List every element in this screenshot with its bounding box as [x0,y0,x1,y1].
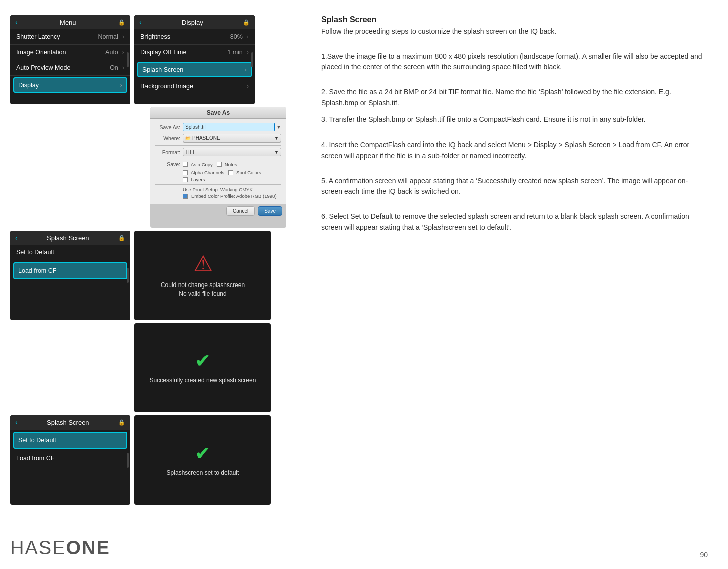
menu-item-label: Brightness [140,33,170,40]
display-screen-title: Display [182,19,203,26]
dialog-title: Save As [150,107,286,119]
checkbox-spot[interactable] [228,170,233,175]
checkbox-as-copy[interactable] [183,162,188,167]
divider1 [155,145,281,146]
menu-item-label: Image Orientation [16,49,66,56]
splash-set-default2-highlighted: Set to Default [13,432,127,449]
display-item-background: Background Image › [134,79,255,94]
chevron-icon: › [245,66,247,73]
checkbox-notes[interactable] [217,162,222,167]
right-column: Splash Screen Follow the proceeding step… [301,15,708,549]
row4-screens: ✔ Successfully created new splash screen [134,323,301,412]
error-icon: ⚠ [193,253,213,275]
step4-section: 4. Insert the CompactFlash card into the… [321,139,708,161]
lock-icon: 🔒 [243,19,250,26]
splash-screen-menu2: ‹ Splash Screen 🔒 Set to Default Load fr… [10,415,130,505]
save-options-label: Save: [155,161,180,167]
menu-item-label: Display [18,82,39,89]
splash-screen-title2: Splash Screen [47,419,89,426]
row1-screens: ‹ Menu 🔒 Shutter Latency Normal › Image … [10,15,301,104]
format-label: Format: [155,149,180,155]
step6-section: 6. Select Set to Default to remove the s… [321,211,708,233]
page-container: ‹ Menu 🔒 Shutter Latency Normal › Image … [0,0,728,569]
option-layers: Layers [183,177,281,182]
scroll-indicator [127,268,129,283]
where-row: Where: 📂 PHASEONE ▼ [155,134,281,143]
menu-item-display-highlighted: Display › [13,77,127,93]
format-row: Format: TIFF ▼ [155,148,281,156]
menu-item-label: Shutter Latency [16,33,60,40]
save-as-input[interactable]: Splash.tif [183,123,275,131]
save-options-row2: Alpha Channels Spot Colors [155,170,281,175]
scroll-indicator [127,52,129,67]
where-select[interactable]: 📂 PHASEONE ▼ [183,134,281,143]
step5-text: 5. A confirmation screen will appear sta… [321,176,708,197]
splash-screen-title1: Splash Screen [47,234,89,242]
step3-text: 3. Transfer the Splash.bmp or Splash.tif… [321,114,708,125]
save-as-dialog: Save As Save As: Splash.tif ▼ Where: � [150,107,286,228]
checkbox-embed-profile[interactable] [183,194,188,199]
row5-screens: ‹ Splash Screen 🔒 Set to Default Load fr… [10,415,301,505]
step1-text: 1.Save the image file to a maximum 800 x… [321,51,708,73]
menu-screen-header: ‹ Menu 🔒 [10,15,130,29]
logo: HASEONE [10,537,110,559]
option-spot: Spot Colors [228,170,261,175]
back-arrow-icon: ‹ [139,18,142,26]
display-item-splash-highlighted: Splash Screen › [137,62,252,77]
scroll-indicator [127,453,129,468]
back-arrow-icon: ‹ [15,418,18,426]
menu-screen: ‹ Menu 🔒 Shutter Latency Normal › Image … [10,15,130,104]
error-notification-screen: ⚠ Could not change splashscreen No valid… [134,231,271,320]
menu-screen-title: Menu [60,19,76,26]
dialog-buttons: Cancel Save [150,204,286,218]
option-as-copy: As a Copy [183,162,213,167]
splash-load-cf1-highlighted: Load from CF [13,262,127,279]
chevron-icon: › [247,49,249,56]
display-item-brightness: Brightness 80% › [134,29,255,45]
save-as-row: Save As: Splash.tif ▼ [155,123,281,131]
intro-section: Splash Screen Follow the proceeding step… [321,15,708,37]
display-screen-wrapper: ‹ Display 🔒 Brightness 80% › Display Off… [134,15,255,104]
step4-text: 4. Insert the CompactFlash card into the… [321,139,708,161]
menu-item-orientation: Image Orientation Auto › [10,45,130,60]
checkbox-alpha[interactable] [183,170,188,175]
save-as-label: Save As: [155,124,180,130]
splash-screen-header2: ‹ Splash Screen 🔒 [10,415,130,430]
where-label: Where: [155,135,180,141]
lock-icon: 🔒 [118,419,125,426]
menu-item-label: Splash Screen [142,66,183,73]
checkbox-layers[interactable] [183,177,188,182]
format-select[interactable]: TIFF ▼ [183,148,281,156]
menu-item-value: Normal [98,33,118,40]
page-number: 90 [700,551,708,559]
splash-set-default1: Set to Default [10,245,130,260]
save-options: As a Copy Notes [183,162,237,167]
row3-screens: ‹ Splash Screen 🔒 Set to Default Load fr… [10,231,301,320]
scroll-indicator [251,52,253,67]
success-notification-screen: ✔ Successfully created new splash screen [134,323,271,412]
display-screen-header: ‹ Display 🔒 [134,15,255,29]
splash-screen-menu1: ‹ Splash Screen 🔒 Set to Default Load fr… [10,231,130,320]
back-arrow-icon: ‹ [15,18,18,26]
cancel-button[interactable]: Cancel [226,206,255,216]
success-notification-text: Successfully created new splash screen [150,376,256,385]
intro-text: Follow the proceeding steps to customize… [321,26,708,37]
menu-item-shutter: Shutter Latency Normal › [10,29,130,45]
option-alpha: Alpha Channels [183,170,224,175]
lock-icon: 🔒 [118,19,125,26]
chevron-icon: › [122,64,124,71]
menu-item-preview: Auto Preview Mode On › [10,60,130,76]
save-button[interactable]: Save [258,206,282,216]
menu-item-value: 1 min [227,49,243,56]
default-notification-text: Splashscreen set to default [167,469,239,477]
section-title: Splash Screen [321,15,708,24]
menu-item-value: 80% [230,33,243,40]
display-screen: ‹ Display 🔒 Brightness 80% › Display Off… [134,15,255,104]
menu-item-label: Background Image [140,83,193,90]
chevron-icon: › [122,49,124,56]
error-notification-text: Could not change splashscreen No valid f… [161,281,245,298]
save-options-row: Save: As a Copy Notes [155,161,281,167]
display-item-offtime: Display Off Time 1 min › [134,45,255,60]
step2-text: 2. Save the file as a 24 bit BMP or 24 b… [321,87,708,108]
menu-item-value: On [110,64,118,71]
